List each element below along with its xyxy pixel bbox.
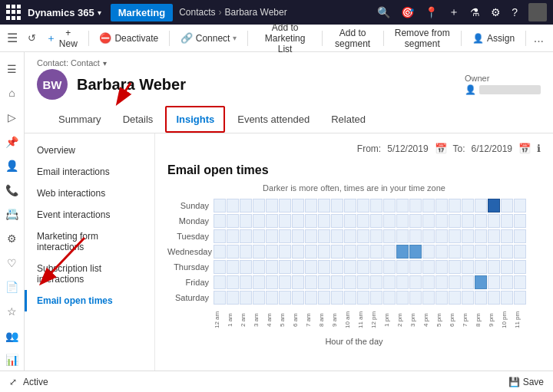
heatmap-cell bbox=[370, 199, 382, 212]
heatmap-row-monday: Monday bbox=[167, 214, 541, 228]
heatmap-xlabel: 5 pm bbox=[435, 306, 448, 334]
expand-icon[interactable]: ⤢ bbox=[9, 377, 17, 387]
sidebar-icon-star[interactable]: ☆ bbox=[2, 301, 23, 322]
heatmap-cell bbox=[383, 245, 396, 259]
heatmap-xlabel: 6 am bbox=[292, 306, 304, 334]
sidebar-icon-people[interactable]: 👥 bbox=[2, 325, 23, 347]
sidebar-icon-recent[interactable]: ▷ bbox=[2, 107, 23, 128]
heatmap-xlabel: 2 pm bbox=[396, 306, 409, 334]
nav-item-subscription-list[interactable]: Subscription list interactions bbox=[25, 258, 154, 290]
sidebar-icon-heart[interactable]: ♡ bbox=[2, 252, 23, 274]
heatmap-cell bbox=[462, 199, 474, 212]
sidebar-icon-chart[interactable]: 📊 bbox=[2, 349, 23, 371]
tab-summary[interactable]: Summary bbox=[49, 107, 111, 133]
sidebar-icon-settings2[interactable]: ⚙ bbox=[2, 228, 23, 249]
sidebar-icon-card[interactable]: 📇 bbox=[2, 204, 23, 226]
nav-item-marketing-form[interactable]: Marketing form interactions bbox=[25, 226, 154, 258]
status-right: 💾 Save bbox=[508, 377, 544, 387]
assign-icon: 👤 bbox=[472, 33, 484, 44]
heatmap-cell bbox=[305, 275, 317, 289]
new-button[interactable]: ＋ + New bbox=[40, 25, 84, 52]
nav-item-event-interactions[interactable]: Event interactions bbox=[25, 204, 154, 226]
remove-segment-button[interactable]: Remove from segment bbox=[388, 25, 456, 52]
heatmap-cell bbox=[422, 199, 435, 212]
toolbar-hamburger-icon[interactable]: ☰ bbox=[6, 28, 19, 49]
heatmap-label-tuesday: Tuesday bbox=[167, 232, 214, 241]
nav-item-email-open-times[interactable]: Email open times bbox=[25, 290, 154, 311]
filter-icon[interactable]: ⚗ bbox=[470, 6, 480, 18]
breadcrumb-contact-name[interactable]: Barbara Weber bbox=[225, 7, 287, 18]
heatmap-label-sunday: Sunday bbox=[167, 201, 214, 210]
breadcrumb: Contacts › Barbara Weber bbox=[179, 7, 287, 18]
heatmap-cells-wednesday bbox=[214, 245, 526, 259]
heatmap-cell bbox=[227, 275, 239, 289]
sidebar-icon-hamburger[interactable]: ☰ bbox=[2, 58, 23, 80]
user-avatar[interactable] bbox=[528, 3, 547, 21]
date-range-bar: From: 5/12/2019 📅 To: 6/12/2019 📅 ℹ bbox=[167, 143, 541, 154]
deactivate-button[interactable]: ⛔ Deactivate bbox=[93, 29, 164, 47]
add-marketing-list-button[interactable]: Add to Marketing List bbox=[253, 19, 317, 58]
toolbar-refresh-icon[interactable]: ↺ bbox=[25, 28, 38, 49]
heatmap-cell bbox=[227, 291, 239, 305]
heatmap-cell bbox=[318, 229, 330, 243]
app-name[interactable]: Dynamics 365 bbox=[28, 7, 94, 18]
heatmap-cell bbox=[370, 260, 382, 274]
info-icon[interactable]: ℹ bbox=[537, 143, 541, 154]
heatmap-cell bbox=[449, 229, 461, 243]
help-icon[interactable]: ? bbox=[512, 6, 518, 18]
heatmap-cell bbox=[475, 199, 487, 212]
heatmap-cell bbox=[279, 291, 291, 305]
to-calendar-icon[interactable]: 📅 bbox=[518, 143, 531, 154]
connect-button[interactable]: 🔗 Connect ▾ bbox=[174, 29, 243, 47]
heatmap-cell bbox=[279, 260, 291, 274]
breadcrumb-contacts[interactable]: Contacts bbox=[179, 7, 215, 18]
heatmap-cell bbox=[344, 245, 356, 259]
nav-module-marketing[interactable]: Marketing bbox=[111, 4, 173, 21]
heatmap-cell bbox=[383, 229, 396, 243]
more-options-icon[interactable]: ... bbox=[531, 28, 547, 48]
main-layout: ☰ ⌂ ▷ 📌 👤 📞 📇 ⚙ ♡ 📄 ☆ 👥 📊 Contact: Conta… bbox=[0, 52, 553, 371]
heatmap-cell bbox=[292, 199, 304, 212]
target-icon[interactable]: 🎯 bbox=[401, 6, 414, 18]
sidebar-icon-home[interactable]: ⌂ bbox=[2, 83, 23, 104]
search-icon[interactable]: 🔍 bbox=[377, 6, 390, 18]
heatmap-cell bbox=[462, 229, 474, 243]
from-calendar-icon[interactable]: 📅 bbox=[435, 143, 447, 154]
heatmap-cell bbox=[357, 214, 369, 228]
nav-item-web-interactions[interactable]: Web interactions bbox=[25, 183, 154, 204]
sidebar-icon-contacts[interactable]: 👤 bbox=[2, 155, 23, 176]
tab-events[interactable]: Events attended bbox=[228, 107, 319, 133]
chart-title: Email open times bbox=[167, 163, 541, 177]
tab-details[interactable]: Details bbox=[114, 107, 163, 133]
heatmap-label-saturday: Saturday bbox=[167, 293, 214, 302]
connect-icon: 🔗 bbox=[180, 32, 193, 44]
contact-type: Contact: Contact ▾ bbox=[37, 58, 541, 68]
heatmap-cell bbox=[435, 229, 448, 243]
contact-header: Contact: Contact ▾ BW Barbara Weber Owne… bbox=[25, 52, 553, 133]
nav-item-email-interactions[interactable]: Email interactions bbox=[25, 161, 154, 183]
heatmap-cells-tuesday bbox=[214, 229, 526, 243]
heatmap-cell bbox=[331, 199, 343, 212]
app-chevron-icon[interactable]: ▾ bbox=[98, 8, 101, 17]
add-segment-button[interactable]: Add to segment bbox=[327, 25, 379, 52]
nav-item-overview[interactable]: Overview bbox=[25, 140, 154, 161]
heatmap-cell bbox=[514, 214, 526, 228]
heatmap-cell bbox=[514, 275, 526, 289]
sidebar-icon-doc[interactable]: 📄 bbox=[2, 276, 23, 298]
save-button[interactable]: 💾 Save bbox=[508, 377, 544, 387]
tab-insights[interactable]: Insights bbox=[165, 106, 225, 133]
heatmap-cell bbox=[266, 199, 278, 212]
assign-button[interactable]: 👤 Assign bbox=[466, 30, 521, 47]
contact-type-chevron[interactable]: ▾ bbox=[103, 59, 107, 68]
heatmap-cell bbox=[279, 275, 291, 289]
settings-icon[interactable]: ⚙ bbox=[491, 6, 501, 18]
plus-icon[interactable]: ＋ bbox=[449, 5, 459, 19]
heatmap-cell bbox=[253, 229, 265, 243]
app-grid-icon[interactable] bbox=[6, 5, 22, 20]
sidebar-icon-phone[interactable]: 📞 bbox=[2, 180, 23, 201]
heatmap-xlabel: 1 am bbox=[227, 306, 239, 334]
location-icon[interactable]: 📍 bbox=[425, 6, 438, 18]
sidebar-icon-pinned[interactable]: 📌 bbox=[2, 131, 23, 153]
tab-related[interactable]: Related bbox=[322, 107, 375, 133]
connect-chevron-icon[interactable]: ▾ bbox=[233, 34, 237, 42]
